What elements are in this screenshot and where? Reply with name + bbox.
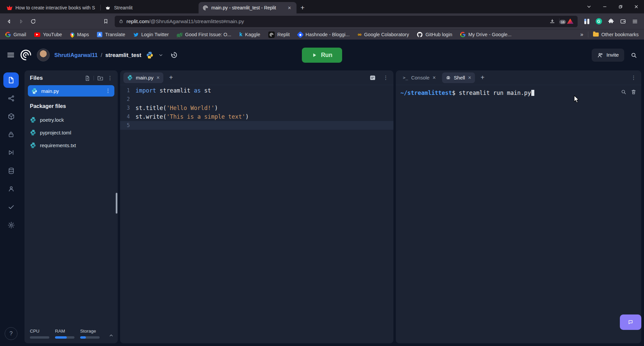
help-button[interactable]: ? <box>5 327 17 340</box>
split-view-extension-icon[interactable] <box>581 16 592 27</box>
file-item[interactable]: requirements.txt <box>24 139 118 152</box>
window-restore-button[interactable] <box>612 0 628 13</box>
tab-title: How to create interactive books with S <box>15 5 97 10</box>
brave-rewards-icon[interactable] <box>567 18 574 24</box>
wallet-icon[interactable] <box>617 16 629 27</box>
bookmark-my-drive[interactable]: My Drive - Google... <box>460 32 512 37</box>
chevron-down-icon[interactable] <box>158 53 163 58</box>
rail-database-icon[interactable] <box>2 162 20 180</box>
cpu-meter[interactable]: CPU <box>30 329 49 339</box>
python-file-icon <box>30 142 36 149</box>
python-file-icon <box>30 129 36 136</box>
tab-shell[interactable]: Shell × <box>442 72 475 83</box>
rail-output-icon[interactable] <box>2 143 20 162</box>
sidebar-hamburger-icon[interactable] <box>7 51 15 59</box>
bookmark-maps[interactable]: Maps <box>70 32 89 37</box>
editor-layout-icon[interactable] <box>369 75 376 81</box>
tab-close-icon[interactable]: × <box>468 75 471 80</box>
add-file-icon[interactable] <box>84 75 91 81</box>
file-item-selected[interactable]: main.py ⋮ <box>28 85 114 97</box>
forward-button[interactable] <box>15 16 27 27</box>
file-name: requirements.txt <box>40 142 76 148</box>
url-text: replit.com/@ShrutiAgarwal11/streamlittes… <box>126 18 244 24</box>
replit-logo[interactable] <box>19 49 32 61</box>
files-menu-kebab-icon[interactable]: ⋮ <box>106 75 114 81</box>
twitter-icon <box>133 32 139 37</box>
rail-files-icon[interactable] <box>3 72 19 88</box>
files-panel-title: Files <box>30 75 84 81</box>
terminal[interactable]: ~/streamlittest$ streamlit run main.py <box>396 85 641 343</box>
browser-toolbar: replit.com/@ShrutiAgarwal11/streamlittes… <box>0 13 644 30</box>
rail-settings-icon[interactable] <box>2 216 20 234</box>
chat-icon <box>627 319 634 326</box>
editor-menu-kebab-icon[interactable]: ⋮ <box>381 75 390 80</box>
bookmarks-overflow-chevron[interactable]: » <box>580 32 583 38</box>
tab-title: main.py - streamlit_test - Replit <box>211 5 283 10</box>
reload-button[interactable] <box>28 16 39 27</box>
browser-tab-1[interactable]: How to create interactive books with S <box>3 2 101 13</box>
tab-close-icon[interactable]: × <box>286 4 292 11</box>
code-line-active: 5 <box>120 121 393 130</box>
invite-button[interactable]: Invite <box>592 49 624 62</box>
download-icon[interactable] <box>549 18 555 24</box>
editor-tab-mainpy[interactable]: main.py × <box>123 72 163 83</box>
chat-bubble-button[interactable] <box>620 314 641 330</box>
new-shell-tab-button[interactable]: + <box>478 74 488 81</box>
meters-expand-chevron-icon[interactable] <box>109 333 114 339</box>
file-kebab-icon[interactable]: ⋮ <box>104 88 112 94</box>
breadcrumb-project[interactable]: streamlit_test <box>105 52 141 58</box>
file-item[interactable]: pyproject.toml <box>24 126 118 139</box>
bookmark-flag-icon[interactable] <box>100 16 111 27</box>
bookmark-replit[interactable]: Replit <box>268 32 290 38</box>
grammarly-extension-icon[interactable]: G <box>593 16 604 27</box>
rail-version-control-icon[interactable] <box>2 89 20 107</box>
browser-tab-2[interactable]: Streamlit <box>101 2 199 13</box>
python-file-icon <box>127 75 133 80</box>
address-bar[interactable]: replit.com/@ShrutiAgarwal11/streamlittes… <box>115 16 578 27</box>
rail-packages-icon[interactable] <box>2 107 20 125</box>
terminal-search-icon[interactable] <box>621 89 627 95</box>
history-icon[interactable] <box>170 51 178 59</box>
browser-menu-icon[interactable] <box>629 16 641 27</box>
rail-secrets-icon[interactable] <box>2 125 20 143</box>
maps-pin-icon <box>69 32 75 38</box>
other-bookmarks-button[interactable]: Other bookmarks <box>593 32 639 37</box>
new-editor-tab-button[interactable]: + <box>166 74 176 81</box>
code-area[interactable]: 1 import streamlit as st 2 3 st.title('H… <box>120 85 393 343</box>
bookmark-youtube[interactable]: YouTube <box>34 32 62 37</box>
ram-meter[interactable]: RAM <box>55 329 74 339</box>
rail-checklist-icon[interactable] <box>2 198 20 216</box>
window-close-button[interactable] <box>628 0 644 13</box>
panel-resize-handle[interactable] <box>116 193 117 214</box>
tab-search-chevron-icon[interactable] <box>581 0 597 13</box>
bookmark-kaggle[interactable]: kKaggle <box>239 32 260 38</box>
window-minimize-button[interactable] <box>597 0 612 13</box>
storage-meter[interactable]: Storage <box>80 329 100 339</box>
bookmark-good-first-issue[interactable]: gfiGood First Issue: O... <box>177 32 231 38</box>
new-tab-button[interactable]: + <box>297 2 309 13</box>
tab-close-icon[interactable]: × <box>433 75 436 80</box>
add-folder-icon[interactable] <box>97 75 104 81</box>
run-button[interactable]: Run <box>302 48 342 63</box>
bookmark-hashnode[interactable]: Hashnode - Bloggi... <box>298 32 350 37</box>
breadcrumb-username[interactable]: ShrutiAgarwal11 <box>54 52 98 58</box>
browser-tab-active[interactable]: main.py - streamlit_test - Replit × <box>199 2 297 13</box>
bookmark-twitter[interactable]: Login Twitter <box>133 32 169 37</box>
file-item[interactable]: poetry.lock <box>24 113 118 126</box>
bookmark-gmail[interactable]: Gmail <box>5 32 26 37</box>
bookmark-translate[interactable]: ATranslate <box>97 32 125 37</box>
bookmark-colab[interactable]: ∞Google Colaboratory <box>358 32 409 38</box>
terminal-caret <box>531 90 534 96</box>
tab-close-icon[interactable]: × <box>157 75 160 80</box>
search-icon[interactable] <box>630 52 637 59</box>
terminal-clear-trash-icon[interactable] <box>631 89 637 95</box>
tab-console[interactable]: >_ Console × <box>399 72 439 83</box>
back-button[interactable] <box>3 16 15 27</box>
user-avatar[interactable] <box>37 49 50 61</box>
browser-tab-strip: How to create interactive books with S S… <box>0 0 644 13</box>
shell-menu-kebab-icon[interactable]: ⋮ <box>629 75 638 80</box>
extensions-puzzle-icon[interactable] <box>605 16 616 27</box>
rail-account-icon[interactable] <box>2 180 20 198</box>
bookmark-github[interactable]: GitHub login <box>417 32 452 38</box>
console-prompt-icon: >_ <box>403 75 408 80</box>
